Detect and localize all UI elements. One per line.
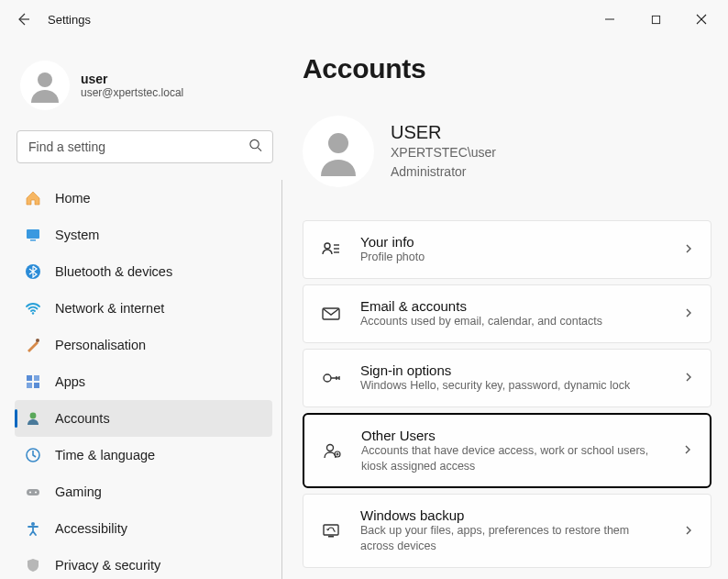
close-icon <box>696 14 707 25</box>
user-domain: XPERTSTEC\user <box>391 143 496 161</box>
account-user-block: USER XPERTSTEC\user Administrator <box>303 116 711 187</box>
svg-rect-1 <box>652 16 659 23</box>
svg-rect-12 <box>27 375 32 381</box>
sidebar-item-label: Privacy & security <box>55 558 160 573</box>
wifi-icon <box>24 299 42 317</box>
page-title: Accounts <box>303 53 711 84</box>
svg-rect-7 <box>27 229 39 239</box>
sidebar-item-accessibility[interactable]: Accessibility <box>15 510 272 547</box>
your-info-icon <box>320 239 342 261</box>
svg-rect-34 <box>328 536 334 538</box>
maximize-button[interactable] <box>636 5 675 34</box>
profile-name: user <box>81 72 183 86</box>
svg-rect-8 <box>30 239 36 241</box>
sidebar-item-label: System <box>55 228 99 242</box>
card-subtitle: Back up your files, apps, preferences to… <box>360 523 665 554</box>
sidebar-item-label: Home <box>55 191 91 206</box>
close-button[interactable] <box>682 5 721 34</box>
nav: Home System Bluetooth & devices Network … <box>15 180 282 579</box>
other-users-icon <box>321 440 343 462</box>
titlebar: Settings <box>0 0 728 39</box>
sidebar-item-apps[interactable]: Apps <box>15 363 272 400</box>
card-title: Sign-in options <box>360 362 665 378</box>
svg-point-19 <box>29 492 31 494</box>
sidebar-item-label: Personalisation <box>55 338 146 352</box>
shield-icon <box>24 556 42 574</box>
chevron-right-icon <box>683 370 694 386</box>
sidebar-item-label: Gaming <box>55 484 102 499</box>
sidebar-item-system[interactable]: System <box>15 217 272 253</box>
sidebar-item-label: Accounts <box>55 411 110 426</box>
card-signin-options[interactable]: Sign-in options Windows Hello, security … <box>303 349 711 407</box>
sidebar-item-label: Accessibility <box>55 521 127 536</box>
card-title: Your info <box>360 234 665 250</box>
profile-block[interactable]: user user@xpertstec.local <box>15 50 282 127</box>
minimize-icon <box>604 14 615 25</box>
user-avatar <box>303 116 374 187</box>
apps-icon <box>24 373 42 391</box>
chevron-right-icon <box>683 523 694 540</box>
svg-point-16 <box>30 413 37 419</box>
svg-rect-15 <box>34 383 39 388</box>
accessibility-icon <box>24 519 42 538</box>
user-role: Administrator <box>391 162 496 181</box>
svg-point-23 <box>325 243 330 249</box>
card-subtitle: Accounts that have device access, work o… <box>361 443 664 474</box>
mail-icon <box>320 303 342 325</box>
card-subtitle: Accounts used by email, calendar, and co… <box>360 314 665 329</box>
card-windows-backup[interactable]: Windows backup Back up your files, apps,… <box>303 494 711 568</box>
svg-point-29 <box>327 445 334 451</box>
system-icon <box>24 226 42 244</box>
svg-point-20 <box>35 492 37 494</box>
back-button[interactable] <box>7 4 39 35</box>
sidebar-item-personalisation[interactable]: Personalisation <box>15 327 272 363</box>
svg-rect-13 <box>34 375 39 381</box>
window-controls <box>590 5 721 34</box>
svg-point-4 <box>38 72 52 87</box>
sidebar-item-time[interactable]: Time & language <box>15 437 272 473</box>
svg-point-28 <box>324 374 331 382</box>
clock-globe-icon <box>24 446 42 464</box>
search-input[interactable] <box>17 130 273 163</box>
sidebar-item-network[interactable]: Network & internet <box>15 290 272 327</box>
sidebar-item-gaming[interactable]: Gaming <box>15 473 272 510</box>
card-other-users[interactable]: Other Users Accounts that have device ac… <box>303 413 711 489</box>
chevron-right-icon <box>683 306 694 322</box>
sidebar-item-label: Bluetooth & devices <box>55 264 172 279</box>
sidebar: user user@xpertstec.local Home System Bl… <box>0 39 282 579</box>
card-email-accounts[interactable]: Email & accounts Accounts used by email,… <box>303 284 711 343</box>
svg-point-11 <box>36 339 39 342</box>
card-title: Other Users <box>361 428 664 443</box>
chevron-right-icon <box>683 241 694 258</box>
svg-point-22 <box>328 133 348 153</box>
card-your-info[interactable]: Your info Profile photo <box>303 220 711 279</box>
card-subtitle: Windows Hello, security key, password, d… <box>360 378 665 394</box>
svg-point-21 <box>31 522 35 526</box>
sidebar-item-label: Apps <box>55 374 85 389</box>
backup-icon <box>320 520 342 542</box>
person-icon <box>26 66 64 105</box>
sidebar-item-accounts[interactable]: Accounts <box>15 400 272 437</box>
svg-rect-14 <box>27 383 32 388</box>
person-icon <box>312 125 365 178</box>
user-display-name: USER <box>391 122 496 143</box>
svg-rect-18 <box>27 489 39 495</box>
sidebar-item-label: Time & language <box>55 448 155 462</box>
minimize-button[interactable] <box>590 5 629 34</box>
gamepad-icon <box>24 483 42 501</box>
arrow-left-icon <box>16 12 30 27</box>
chevron-right-icon <box>682 442 693 459</box>
sidebar-item-bluetooth[interactable]: Bluetooth & devices <box>15 253 272 290</box>
sidebar-item-privacy[interactable]: Privacy & security <box>15 547 272 579</box>
paint-icon <box>24 336 42 354</box>
sidebar-item-label: Network & internet <box>55 301 164 316</box>
main-content: Accounts USER XPERTSTEC\user Administrat… <box>282 39 728 579</box>
svg-rect-33 <box>324 525 338 535</box>
svg-point-5 <box>250 139 259 148</box>
card-subtitle: Profile photo <box>360 250 665 265</box>
maximize-icon <box>651 15 661 25</box>
search-icon <box>248 139 262 156</box>
sidebar-item-home[interactable]: Home <box>15 180 272 217</box>
card-title: Email & accounts <box>360 298 665 314</box>
profile-email: user@xpertstec.local <box>81 86 183 99</box>
